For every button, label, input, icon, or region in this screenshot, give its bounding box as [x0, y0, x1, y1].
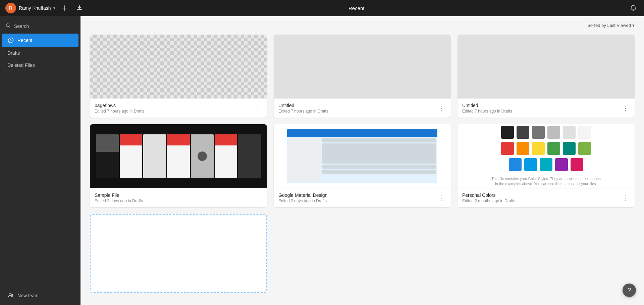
- file-more-button[interactable]: ⋮: [437, 104, 446, 112]
- sort-button[interactable]: Sorted by Last Viewed ▾: [587, 23, 635, 28]
- file-name: Personal Colors: [462, 192, 621, 198]
- file-timestamp: Edited 2 months ago in Drafts: [462, 199, 621, 203]
- color-row-1: [501, 126, 591, 139]
- svg-point-6: [9, 294, 11, 296]
- topbar: R Ramy Khuffash ▾ Recent: [0, 0, 644, 16]
- user-menu[interactable]: R Ramy Khuffash ▾: [5, 3, 55, 13]
- color-swatch: [524, 158, 537, 171]
- file-info-pageflows: pageflows Edited 7 hours ago in Drafts ⋮: [90, 98, 267, 118]
- color-swatch: [532, 126, 545, 139]
- material-sidebar-mock: [288, 138, 321, 182]
- sidebar-item-new-team-label: New team: [17, 293, 39, 298]
- file-meta-pageflows: pageflows Edited 7 hours ago in Drafts: [95, 103, 254, 114]
- file-info-sample: Sample File Edited 2 days ago in Drafts …: [90, 188, 267, 207]
- color-swatch: [578, 142, 591, 155]
- material-content-mock: [287, 137, 438, 183]
- sidebar-item-drafts-label: Drafts: [7, 50, 20, 56]
- topbar-actions: [628, 3, 639, 13]
- sort-chevron-icon: ▾: [632, 23, 635, 28]
- color-swatch: [547, 142, 560, 155]
- file-timestamp: Edited 2 days ago in Drafts: [95, 199, 254, 203]
- color-swatch: [571, 158, 583, 171]
- sidebar-item-recent[interactable]: Recent: [2, 34, 78, 47]
- gray-thumb: [274, 35, 451, 98]
- search-button[interactable]: Search: [0, 19, 80, 34]
- sidebar-item-new-team[interactable]: New team: [2, 289, 78, 302]
- color-swatch: [517, 126, 529, 139]
- material-row: [322, 165, 436, 169]
- checkered-thumb: [90, 35, 267, 98]
- gray-thumb: [458, 35, 635, 98]
- avatar: R: [5, 3, 16, 13]
- file-card-personal-colors[interactable]: This file contains your Color Styles. Th…: [458, 124, 635, 207]
- file-more-button[interactable]: ⋮: [621, 194, 630, 202]
- main-layout: Search Recent Drafts Deleted Files: [0, 16, 644, 305]
- color-swatch: [501, 126, 514, 139]
- page-title: Recent: [348, 5, 365, 11]
- file-name: Untitled: [462, 103, 621, 108]
- notifications-button[interactable]: [628, 3, 639, 13]
- color-swatch: [517, 142, 529, 155]
- file-thumbnail-colors: This file contains your Color Styles. Th…: [458, 124, 635, 188]
- topbar-center: Recent: [89, 5, 624, 11]
- file-more-button[interactable]: ⋮: [621, 104, 630, 112]
- sample-thumb: [90, 124, 267, 188]
- file-card-sample[interactable]: Sample File Edited 2 days ago in Drafts …: [90, 124, 267, 207]
- color-swatch: [540, 158, 552, 171]
- svg-rect-2: [77, 9, 82, 10]
- file-thumbnail-untitled2: [458, 35, 635, 98]
- file-card-material[interactable]: Google Material Design Edited 2 days ago…: [274, 124, 451, 207]
- file-card-untitled1[interactable]: Untitled Edited 7 hours ago in Drafts ⋮: [274, 35, 451, 118]
- colors-thumb: This file contains your Color Styles. Th…: [458, 124, 635, 188]
- color-swatch: [532, 142, 545, 155]
- file-thumbnail-material: [274, 124, 451, 188]
- file-timestamp: Edited 2 days ago in Drafts: [278, 199, 437, 203]
- color-swatch: [547, 126, 560, 139]
- file-name: pageflows: [95, 103, 254, 108]
- username-label: Ramy Khuffash: [19, 5, 51, 11]
- color-swatch: [555, 158, 568, 171]
- content-area: Sorted by Last Viewed ▾ pageflows Edited…: [80, 16, 644, 305]
- search-label: Search: [14, 24, 29, 29]
- sidebar-item-deleted-label: Deleted Files: [7, 62, 35, 68]
- sidebar-item-deleted-files[interactable]: Deleted Files: [0, 59, 80, 71]
- file-timestamp: Edited 7 hours ago in Drafts: [95, 109, 254, 114]
- file-more-button[interactable]: ⋮: [254, 104, 262, 112]
- file-name: Untitled: [278, 103, 437, 108]
- sort-label: Sorted by Last Viewed: [587, 23, 631, 28]
- search-icon: [5, 23, 11, 30]
- file-thumbnail-untitled1: [274, 35, 451, 98]
- file-card-pageflows[interactable]: pageflows Edited 7 hours ago in Drafts ⋮: [90, 35, 267, 118]
- content-header: Sorted by Last Viewed ▾: [90, 23, 635, 28]
- material-row: [322, 138, 436, 142]
- new-team-icon: [7, 292, 14, 299]
- material-row: [322, 170, 436, 174]
- new-file-placeholder[interactable]: [90, 214, 267, 293]
- add-file-button[interactable]: [59, 3, 70, 13]
- file-meta-colors: Personal Colors Edited 2 months ago in D…: [462, 192, 621, 203]
- material-main-mock: [322, 138, 436, 182]
- color-swatch: [563, 126, 576, 139]
- file-info-colors: Personal Colors Edited 2 months ago in D…: [458, 188, 635, 207]
- file-thumbnail-sample: [90, 124, 267, 188]
- color-row-3: [509, 158, 583, 171]
- file-card-untitled2[interactable]: Untitled Edited 7 hours ago in Drafts ⋮: [458, 35, 635, 118]
- recent-icon: [7, 37, 14, 44]
- file-meta-sample: Sample File Edited 2 days ago in Drafts: [95, 192, 254, 203]
- color-swatch: [501, 142, 514, 155]
- file-name: Sample File: [95, 192, 254, 198]
- sidebar-item-recent-label: Recent: [17, 38, 32, 43]
- file-info-untitled1: Untitled Edited 7 hours ago in Drafts ⋮: [274, 98, 451, 118]
- file-meta-material: Google Material Design Edited 2 days ago…: [278, 192, 437, 203]
- help-button[interactable]: ?: [623, 284, 636, 297]
- chevron-down-icon: ▾: [53, 6, 55, 10]
- material-topbar-mock: [287, 129, 438, 137]
- file-more-button[interactable]: ⋮: [254, 194, 262, 202]
- sidebar-item-drafts[interactable]: Drafts: [0, 47, 80, 59]
- color-row-2: [501, 142, 591, 155]
- material-thumb: [274, 124, 451, 188]
- import-button[interactable]: [74, 3, 85, 13]
- file-more-button[interactable]: ⋮: [437, 194, 446, 202]
- file-grid: pageflows Edited 7 hours ago in Drafts ⋮…: [90, 35, 635, 293]
- file-timestamp: Edited 7 hours ago in Drafts: [278, 109, 437, 114]
